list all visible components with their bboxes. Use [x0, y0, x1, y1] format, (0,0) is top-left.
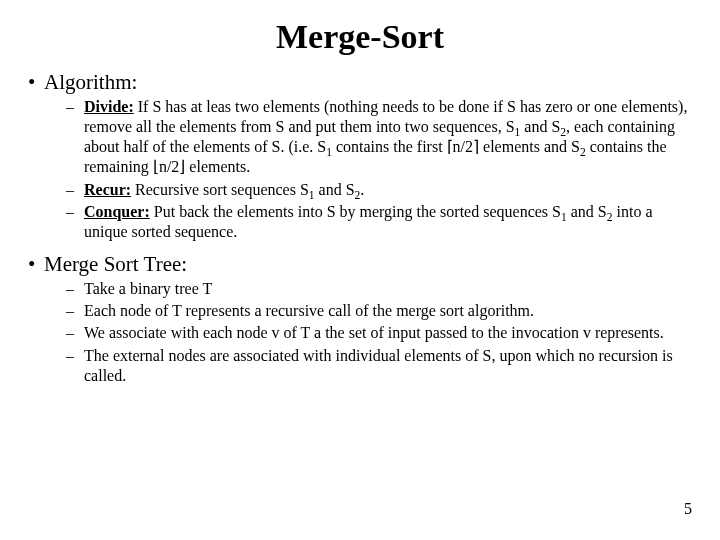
algorithm-recur: Recur: Recursive sort sequences S1 and S… — [44, 180, 692, 200]
list-item: Each node of T represents a recursive ca… — [44, 301, 692, 321]
text: contains the first — [332, 138, 447, 155]
section-label: Merge Sort Tree: — [44, 252, 187, 276]
term-divide: Divide: — [84, 98, 134, 115]
text: and S — [520, 118, 560, 135]
list-item: We associate with each node v of T a the… — [44, 323, 692, 343]
term-recur: Recur: — [84, 181, 131, 198]
list-item: The external nodes are associated with i… — [44, 346, 692, 386]
text: Recursive sort sequences S — [131, 181, 309, 198]
section-label: Algorithm: — [44, 70, 137, 94]
text: and S — [567, 203, 607, 220]
text: elements and S — [479, 138, 580, 155]
text: Put back the elements into S by merging … — [150, 203, 561, 220]
slide-title: Merge-Sort — [28, 18, 692, 56]
page-number: 5 — [684, 500, 692, 518]
list-item: Take a binary tree T — [44, 279, 692, 299]
text: and S — [315, 181, 355, 198]
section-merge-sort-tree: Merge Sort Tree: Take a binary tree T Ea… — [28, 252, 692, 386]
slide: Merge-Sort Algorithm: Divide: If S has a… — [0, 0, 720, 540]
term-conquer: Conquer: — [84, 203, 150, 220]
text: . — [360, 181, 364, 198]
algorithm-divide: Divide: If S has at leas two elements (n… — [44, 97, 692, 178]
text: n/2 — [453, 138, 473, 155]
algorithm-items: Divide: If S has at leas two elements (n… — [44, 97, 692, 242]
bullet-list: Algorithm: Divide: If S has at leas two … — [28, 70, 692, 386]
algorithm-conquer: Conquer: Put back the elements into S by… — [44, 202, 692, 242]
tree-items: Take a binary tree T Each node of T repr… — [44, 279, 692, 386]
text: elements. — [185, 158, 250, 175]
section-algorithm: Algorithm: Divide: If S has at leas two … — [28, 70, 692, 242]
text: n/2 — [159, 158, 179, 175]
